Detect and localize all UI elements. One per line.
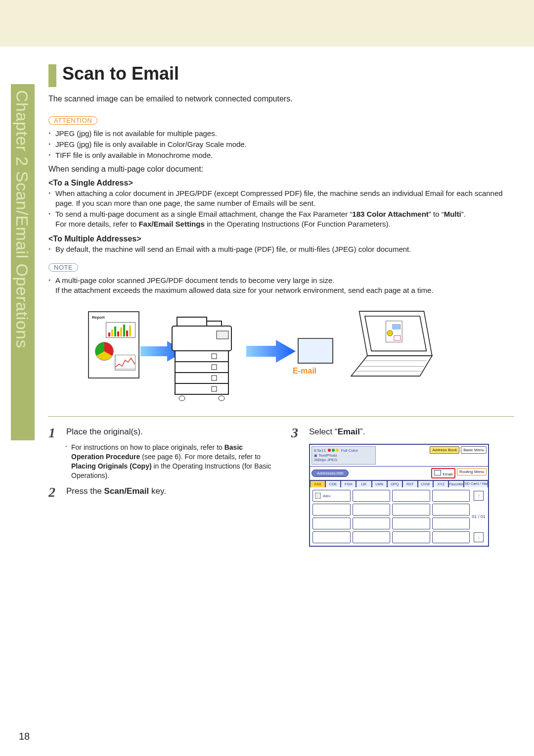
single-address-head: <To a Single Address> xyxy=(48,179,514,188)
address-entry[interactable] xyxy=(432,490,470,502)
address-entry[interactable] xyxy=(392,490,430,502)
address-book-button[interactable]: Address Book xyxy=(430,446,459,454)
addresses-pill[interactable]: Addresses:000 xyxy=(312,470,349,477)
step-text: Select “Email”. xyxy=(309,426,514,440)
step-1-note: For instructions on how to place origina… xyxy=(65,443,271,480)
email-label: E-mail xyxy=(293,367,316,376)
flow-diagram: Report xyxy=(88,302,424,411)
alpha-tab[interactable]: UVW xyxy=(418,480,433,487)
svg-marker-25 xyxy=(351,356,432,376)
screen-top-buttons: Address Book Basic Menu xyxy=(430,446,487,465)
note-pill: NOTE xyxy=(48,263,78,272)
basic-menu-button[interactable]: Basic Menu xyxy=(461,446,487,454)
address-entry[interactable]: Alex xyxy=(312,490,351,502)
steps-col-left: 1 Place the original(s). For instruction… xyxy=(48,423,271,547)
scroll-up[interactable]: ↑ xyxy=(472,490,486,502)
user-icon xyxy=(315,493,321,499)
alpha-tab[interactable]: CDE xyxy=(325,480,341,487)
svg-rect-10 xyxy=(175,383,228,394)
single-address-item: When attaching a color document in JPEG/… xyxy=(48,189,514,209)
step-number: 3 xyxy=(291,426,302,440)
envelope-icon xyxy=(434,470,441,475)
screen-mid-row: Addresses:000 Email Routing Menu xyxy=(310,467,488,480)
printer-icon xyxy=(162,306,246,405)
alpha-tab[interactable]: LMN xyxy=(372,480,387,487)
steps-row: 1 Place the original(s). For instruction… xyxy=(48,423,514,547)
attention-item: JPEG (jpg) file is only available in Col… xyxy=(48,140,514,149)
step-number: 2 xyxy=(48,485,59,499)
multipage-para: When sending a multi-page color document… xyxy=(48,165,514,174)
step-1: 1 Place the original(s). xyxy=(48,426,271,440)
chapter-tab-label: Chapter 2 Scan/Email Operations xyxy=(12,90,32,348)
intro-text: The scanned image can be emailed to netw… xyxy=(48,94,514,104)
top-cream-band xyxy=(0,0,534,47)
step-2: 2 Press the Scan/Email key. xyxy=(48,485,271,499)
address-grid: Alex ↑ 01 / 01 xyxy=(310,487,488,546)
attention-list: JPEG (jpg) file is not available for mul… xyxy=(48,129,514,161)
address-entry[interactable] xyxy=(392,518,430,529)
address-entry[interactable] xyxy=(312,518,351,529)
alpha-tab[interactable]: SD Card / Hard Drive xyxy=(464,480,488,487)
routing-menu-button[interactable]: Routing Menu xyxy=(457,468,487,475)
steps-divider xyxy=(48,416,514,417)
page-counter: 01 / 01 xyxy=(472,504,486,529)
svg-rect-6 xyxy=(217,331,228,339)
address-entry[interactable] xyxy=(312,531,351,543)
svg-rect-21 xyxy=(393,325,400,330)
multi-address-item: By default, the machine will send an Ema… xyxy=(48,244,514,254)
alpha-tab[interactable]: RST xyxy=(402,480,418,487)
multi-address-list: By default, the machine will send an Ema… xyxy=(48,244,514,254)
svg-rect-4 xyxy=(177,317,207,326)
device-screen: 8.5x11 Full Color ▣ Text/Photo 200dpi JP… xyxy=(309,444,489,547)
step-text: Press the Scan/Email key. xyxy=(66,485,271,499)
step-3: 3 Select “Email”. xyxy=(291,426,514,440)
attention-item: JPEG (jpg) file is not available for mul… xyxy=(48,129,514,139)
address-entry[interactable] xyxy=(353,531,391,543)
chapter-tab: Chapter 2 Scan/Email Operations xyxy=(11,84,35,440)
document-icon: Report xyxy=(88,311,139,378)
status-panel: 8.5x11 Full Color ▣ Text/Photo 200dpi JP… xyxy=(312,446,376,465)
alpha-tab[interactable]: FGH xyxy=(341,480,356,487)
title-accent-bar xyxy=(48,64,56,87)
address-entry[interactable] xyxy=(353,504,391,516)
svg-rect-7 xyxy=(175,351,228,362)
address-entry[interactable] xyxy=(353,490,391,502)
alpha-tab[interactable]: #AB xyxy=(310,480,325,487)
alpha-tab[interactable]: OPQ xyxy=(387,480,402,487)
address-entry[interactable] xyxy=(392,531,430,543)
single-address-item: To send a multi-page document as a singl… xyxy=(48,209,514,230)
step-text: Place the original(s). xyxy=(66,426,271,440)
alpha-tab[interactable]: XYZ xyxy=(433,480,448,487)
address-entry[interactable] xyxy=(432,504,470,516)
address-entry[interactable] xyxy=(353,518,391,529)
svg-rect-8 xyxy=(175,362,228,373)
laptop-icon xyxy=(347,307,436,386)
attention-item: TIFF file is only available in Monochrom… xyxy=(48,150,514,160)
svg-rect-9 xyxy=(175,373,228,383)
svg-marker-17 xyxy=(246,340,296,363)
step-number: 1 xyxy=(48,426,59,440)
scroll-down[interactable]: ↓ xyxy=(472,531,486,543)
svg-point-16 xyxy=(219,396,224,401)
step-1-notes: For instructions on how to place origina… xyxy=(65,443,271,480)
alpha-tab[interactable]: Favorites xyxy=(448,480,464,487)
alpha-tab[interactable]: IJK xyxy=(356,480,371,487)
arrow-icon xyxy=(246,340,296,363)
envelope-icon xyxy=(298,338,333,364)
email-button[interactable]: Email xyxy=(431,468,455,478)
svg-point-15 xyxy=(179,396,185,401)
alpha-tabs: #AB CDE FGH IJK LMN OPQ RST UVW XYZ Favo… xyxy=(310,480,488,487)
note-list: A multi-page color scanned JPEG/PDF docu… xyxy=(48,276,514,296)
svg-rect-5 xyxy=(207,321,222,326)
single-address-list: When attaching a color document in JPEG/… xyxy=(48,189,514,230)
page-number: 18 xyxy=(19,731,30,742)
steps-col-right: 3 Select “Email”. 8.5x11 Full Color ▣ Te… xyxy=(291,423,514,547)
screen-top-row: 8.5x11 Full Color ▣ Text/Photo 200dpi JP… xyxy=(310,445,488,467)
address-entry[interactable] xyxy=(392,504,430,516)
page-body: Scan to Email The scanned image can be e… xyxy=(48,63,514,547)
address-entry[interactable] xyxy=(432,531,470,543)
multi-address-head: <To Multiple Addresses> xyxy=(48,235,514,243)
address-entry[interactable] xyxy=(312,504,351,516)
page-title: Scan to Email xyxy=(62,63,514,84)
address-entry[interactable] xyxy=(432,518,470,529)
